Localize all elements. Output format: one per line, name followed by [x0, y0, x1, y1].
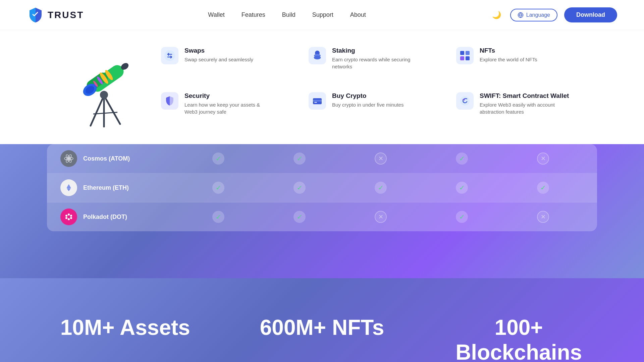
nfts-desc: Explore the world of NFTs	[480, 56, 537, 63]
svg-rect-21	[460, 51, 464, 55]
swift-text: SWIFT: Smart Contract Wallet Explore Web…	[480, 92, 569, 115]
coin-cell-polkadot: Polkadot (DOT)	[60, 208, 178, 225]
nav-support[interactable]: Support	[312, 11, 333, 18]
check-yes-icon: ✓	[212, 211, 224, 223]
stat-nfts-number: 600M+ NFTs	[234, 315, 411, 340]
ethereum-logo	[60, 179, 77, 196]
nfts-text: NFTs Explore the world of NFTs	[480, 47, 537, 63]
eth-check-1: ✓	[178, 182, 259, 194]
svg-point-20	[314, 56, 321, 59]
svg-rect-23	[460, 56, 464, 60]
polkadot-logo	[60, 208, 77, 225]
logo-text: TRUST	[48, 10, 84, 20]
swift-icon	[456, 92, 474, 110]
menu-item-swaps[interactable]: Swaps Swap securely and seamlessly	[161, 47, 282, 64]
nav-wallet[interactable]: Wallet	[208, 11, 224, 18]
buy-crypto-icon	[309, 92, 326, 110]
eth-check-4: ✓	[421, 182, 502, 194]
coin-cell-cosmos: Cosmos (ATOM)	[60, 150, 178, 167]
swaps-text: Swaps Swap securely and seamlessly	[184, 47, 253, 63]
stat-assets-number: 10M+ Assets	[37, 315, 214, 340]
stat-nfts: 600M+ NFTs	[224, 305, 421, 362]
buy-crypto-desc: Buy crypto in under five minutes	[332, 101, 404, 108]
check-yes-icon: ✓	[212, 182, 224, 194]
stat-assets: 10M+ Assets	[27, 305, 224, 362]
svg-point-17	[164, 50, 175, 61]
svg-point-38	[65, 215, 67, 217]
buy-crypto-title: Buy Crypto	[332, 92, 404, 100]
swaps-icon	[161, 47, 178, 64]
check-no-icon: ✕	[375, 211, 387, 223]
menu-grid: Swaps Swap securely and seamlessly Staki…	[161, 40, 577, 127]
svg-point-14	[100, 91, 108, 99]
telescope-decoration	[67, 40, 141, 127]
check-yes-icon: ✓	[456, 211, 468, 223]
svg-line-10	[91, 96, 104, 126]
check-yes-icon: ✓	[293, 153, 306, 165]
dot-check-3: ✕	[340, 211, 421, 223]
security-title: Security	[184, 92, 272, 100]
polkadot-name: Polkadot (DOT)	[83, 214, 127, 221]
logo[interactable]: TRUST	[27, 6, 84, 24]
svg-line-12	[104, 96, 120, 124]
check-yes-icon: ✓	[456, 153, 468, 165]
menu-item-staking[interactable]: Staking Earn crypto rewards while securi…	[309, 47, 429, 70]
svg-point-41	[70, 217, 72, 219]
staking-title: Staking	[332, 47, 419, 54]
nav-features[interactable]: Features	[241, 11, 265, 18]
table-row: Polkadot (DOT) ✓ ✓ ✕ ✓ ✕	[47, 202, 597, 231]
nfts-title: NFTs	[480, 47, 537, 54]
svg-point-37	[68, 218, 70, 220]
cosmos-check-3: ✕	[340, 153, 421, 165]
menu-item-swift[interactable]: SWIFT: Smart Contract Wallet Explore Web…	[456, 92, 577, 115]
swift-desc: Explore Web3 easily with account abstrac…	[480, 101, 567, 115]
header: TRUST Wallet Features Build Support Abou…	[0, 0, 644, 30]
check-no-icon: ✕	[537, 153, 549, 165]
coin-cell-ethereum: Ethereum (ETH)	[60, 179, 178, 196]
language-button[interactable]: Language	[510, 9, 557, 21]
cosmos-check-2: ✓	[259, 153, 340, 165]
menu-item-nfts[interactable]: NFTs Explore the world of NFTs	[456, 47, 577, 64]
nav-about[interactable]: About	[350, 11, 366, 18]
security-text: Security Learn how we keep your assets &…	[184, 92, 272, 115]
globe-icon	[518, 12, 524, 18]
check-yes-icon: ✓	[537, 182, 549, 194]
eth-check-5: ✓	[502, 182, 584, 194]
staking-text: Staking Earn crypto rewards while securi…	[332, 47, 419, 70]
svg-point-40	[65, 217, 67, 219]
swaps-title: Swaps	[184, 47, 253, 54]
telescope-icon	[70, 40, 138, 127]
svg-point-28	[460, 96, 470, 106]
menu-item-buy-crypto[interactable]: Buy Crypto Buy crypto in under five minu…	[309, 92, 429, 110]
cosmos-name: Cosmos (ATOM)	[83, 155, 130, 162]
dot-check-2: ✓	[259, 211, 340, 223]
download-button[interactable]: Download	[564, 7, 617, 22]
check-yes-icon: ✓	[456, 182, 468, 194]
comparison-table-card: Cosmos (ATOM) ✓ ✓ ✕ ✓ ✕	[47, 144, 597, 231]
menu-item-security[interactable]: Security Learn how we keep your assets &…	[161, 92, 282, 115]
header-right: 🌙 Language Download	[490, 7, 617, 22]
svg-point-36	[68, 214, 70, 216]
svg-rect-26	[313, 100, 322, 102]
table-row: Cosmos (ATOM) ✓ ✓ ✕ ✓ ✕	[47, 144, 597, 173]
theme-toggle-button[interactable]: 🌙	[490, 8, 503, 22]
dot-check-4: ✓	[421, 211, 502, 223]
dot-check-1: ✓	[178, 211, 259, 223]
stats-section: 10M+ Assets 600M+ NFTs 100+ Blockchains	[0, 278, 644, 362]
cosmos-check-5: ✕	[502, 153, 584, 165]
table-row: Ethereum (ETH) ✓ ✓ ✓ ✓ ✓	[47, 173, 597, 202]
check-yes-icon: ✓	[212, 153, 224, 165]
svg-point-39	[70, 215, 72, 217]
eth-check-2: ✓	[259, 182, 340, 194]
ethereum-name: Ethereum (ETH)	[83, 184, 129, 191]
staking-desc: Earn crypto rewards while securing netwo…	[332, 56, 419, 70]
svg-rect-24	[466, 56, 470, 60]
cosmos-check-4: ✓	[421, 153, 502, 165]
check-no-icon: ✕	[375, 153, 387, 165]
check-no-icon: ✕	[537, 211, 549, 223]
nfts-icon	[456, 47, 474, 64]
logo-icon	[27, 6, 44, 24]
cosmos-check-1: ✓	[178, 153, 259, 165]
language-label: Language	[526, 12, 550, 18]
nav-build[interactable]: Build	[282, 11, 296, 18]
